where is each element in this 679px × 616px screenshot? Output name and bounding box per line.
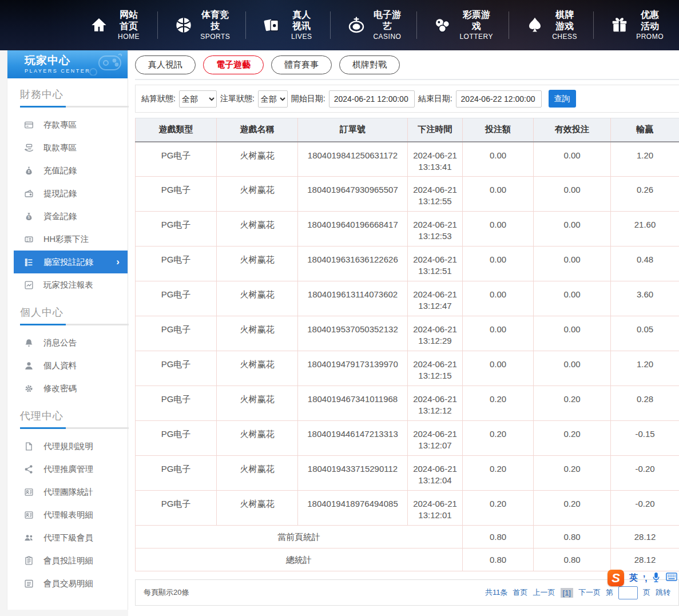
sidebar-item-label: 代理規則說明	[43, 441, 93, 452]
summary-bet-cell: 0.80	[463, 526, 534, 549]
nav-item-casino[interactable]: 电子游艺CASINO	[330, 11, 416, 39]
bet-amount-cell: 0.20	[463, 456, 534, 491]
notice-icon	[23, 337, 34, 348]
nav-label-zh: 体育竞技	[200, 9, 230, 32]
nav-label-zh: 电子游艺	[373, 9, 401, 32]
nav-item-lives[interactable]: 真人视讯LIVES	[245, 11, 330, 39]
jump-button[interactable]: 跳转	[656, 587, 670, 598]
order-number-cell: 1804019613114073602	[298, 281, 408, 316]
game-type-cell: PG电子	[136, 142, 217, 177]
tab-3[interactable]: 棋牌對戰	[339, 55, 400, 74]
table-row: PG电子火树赢花18040194673410119682024-06-2113:…	[136, 386, 679, 421]
sidebar-item-deposit[interactable]: 存款專區	[7, 113, 128, 136]
agent-team-icon	[23, 487, 34, 497]
nav-item-promo[interactable]: 优惠活动PROMO	[593, 11, 679, 39]
column-header: 投注額	[463, 118, 534, 142]
sidebar-item-label: 會員投註明細	[43, 555, 93, 566]
valid-bet-cell: 0.00	[534, 247, 611, 281]
sogou-logo-icon[interactable]: S	[607, 570, 624, 586]
sidebar-item-agent-members[interactable]: 代理下級會員	[7, 526, 128, 549]
ime-punctuation-toggle[interactable]: ’,	[643, 573, 646, 583]
start-date-input[interactable]	[329, 90, 415, 108]
summary-valid-cell: 0.80	[534, 526, 611, 549]
valid-bet-cell: 0.00	[534, 177, 611, 212]
casino-icon	[346, 15, 367, 35]
sidebar-item-agent-report[interactable]: 代理報表明細	[7, 503, 128, 526]
keyboard-icon[interactable]	[666, 573, 677, 583]
nav-label-zh: 真人视讯	[288, 9, 315, 32]
bet-amount-cell: 0.20	[463, 386, 534, 421]
promo-icon	[609, 15, 630, 35]
order-status-select[interactable]: 全部	[258, 90, 288, 108]
bet-amount-cell: 0.00	[463, 351, 534, 386]
sidebar-item-room-bet-record[interactable]: 廳室投註記錄›	[14, 251, 128, 273]
bet-amount-cell: 0.00	[463, 281, 534, 316]
bet-amount-cell: 0.00	[463, 177, 534, 212]
sidebar-item-label: 充值記錄	[43, 165, 77, 176]
tab-0[interactable]: 真人視訊	[135, 55, 196, 74]
winloss-cell: -0.20	[611, 456, 679, 491]
order-number-cell: 1804019418976494085	[298, 491, 408, 526]
valid-bet-cell: 0.00	[534, 281, 611, 316]
order-status-label: 注單狀態:	[220, 94, 255, 104]
table-row: PG电子火树赢花18040196479309655072024-06-2113:…	[136, 177, 679, 212]
sidebar-item-recharge-record[interactable]: 充值記錄	[7, 159, 128, 182]
game-type-cell: PG电子	[136, 351, 217, 386]
bet-amount-cell: 0.20	[463, 421, 534, 456]
nav-item-chess[interactable]: 棋牌游戏CHESS	[509, 11, 593, 39]
sidebar: 玩家中心 PLAYERS CENTER 財務中心存款專區取款專區充值記錄提現記錄…	[0, 50, 128, 616]
column-header: 輸贏	[611, 118, 679, 142]
sidebar-item-password[interactable]: 修改密碼	[7, 377, 128, 400]
ime-language-toggle[interactable]: 英	[629, 573, 638, 583]
nav-label-zh: 网站首页	[116, 9, 142, 32]
sidebar-item-label: 存款專區	[43, 120, 77, 130]
current-page-badge: [1]	[561, 588, 573, 598]
jump-page-input[interactable]	[618, 586, 638, 599]
first-page-link[interactable]: 首页	[513, 587, 528, 598]
next-page-link[interactable]: 下一页	[578, 587, 601, 598]
agent-members-icon	[23, 532, 34, 543]
valid-bet-cell: 0.00	[534, 142, 611, 177]
chevron-right-icon: ›	[116, 256, 128, 268]
nav-label-en: CASINO	[373, 32, 401, 41]
prev-page-link[interactable]: 上一页	[533, 587, 555, 598]
game-name-cell: 火树赢花	[217, 421, 298, 456]
order-number-cell: 1804019467341011968	[298, 386, 408, 421]
sidebar-panel: 玩家中心 PLAYERS CENTER 財務中心存款專區取款專區充值記錄提現記錄…	[7, 50, 128, 610]
table-row: PG电子火树赢花18040194791731399702024-06-2113:…	[136, 351, 679, 386]
nav-item-sports[interactable]: 体育竞技SPORTS	[157, 11, 245, 39]
game-name-cell: 火树赢花	[217, 212, 298, 247]
sidebar-item-agent-team[interactable]: 代理團隊統計	[7, 480, 128, 503]
settle-status-select[interactable]: 全部	[179, 90, 217, 108]
nav-label-en: HOME	[116, 32, 142, 41]
tab-2[interactable]: 體育賽事	[271, 55, 332, 74]
nav-item-home[interactable]: 网站首页HOME	[73, 11, 157, 39]
tab-1-active[interactable]: 電子遊藝	[203, 55, 264, 74]
sidebar-section-title: 財務中心	[20, 88, 128, 101]
sidebar-item-withdraw[interactable]: 取款專區	[7, 136, 128, 159]
end-date-input[interactable]	[456, 90, 542, 108]
sidebar-item-lottery-bet[interactable]: HH彩票下注	[7, 228, 128, 251]
bet-time-cell: 2024-06-2113:13:41	[408, 142, 463, 177]
sidebar-item-agent-promo[interactable]: 代理推廣管理	[7, 458, 128, 480]
sidebar-item-funds-record[interactable]: $資金記錄	[7, 205, 128, 228]
sidebar-item-withdrawal-record[interactable]: 提現記錄	[7, 182, 128, 205]
winloss-cell: -0.20	[611, 491, 679, 526]
microphone-icon[interactable]	[652, 572, 661, 585]
sidebar-item-player-report[interactable]: 玩家投注報表	[7, 273, 128, 296]
sidebar-item-member-bet[interactable]: 會員投註明細	[7, 549, 128, 572]
sidebar-item-agent-rules[interactable]: 代理規則說明	[7, 435, 128, 458]
sidebar-item-label: 代理下級會員	[43, 532, 93, 543]
valid-bet-cell: 0.20	[534, 421, 611, 456]
sidebar-item-member-trans[interactable]: 會員交易明細	[7, 572, 128, 595]
section-underline	[20, 324, 129, 325]
lottery-bet-icon	[23, 234, 34, 244]
nav-item-lottery[interactable]: 彩票游戏LOTTERY	[416, 11, 509, 39]
column-header: 下注時間	[408, 118, 463, 142]
svg-text:$: $	[27, 215, 30, 219]
nav-label-en: LOTTERY	[459, 32, 493, 41]
sidebar-item-profile[interactable]: 個人資料	[7, 354, 128, 377]
game-type-cell: PG电子	[136, 491, 217, 526]
sidebar-item-notice[interactable]: 消息公告	[7, 331, 128, 354]
search-button[interactable]: 查詢	[549, 90, 576, 108]
